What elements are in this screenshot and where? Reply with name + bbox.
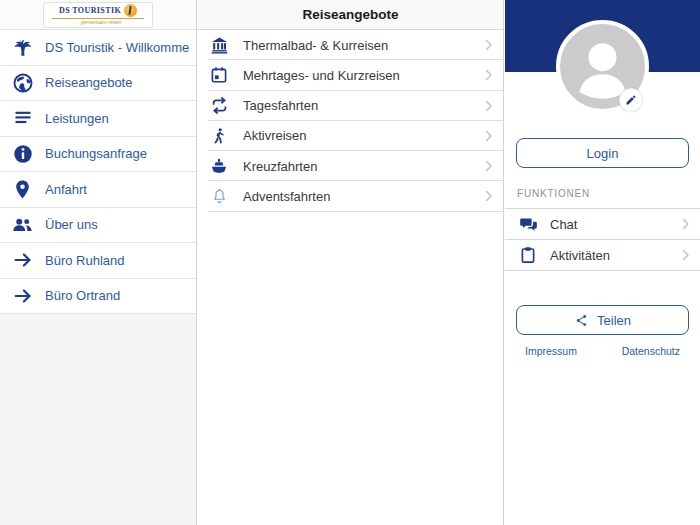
- walking-icon: [208, 127, 230, 145]
- logo-brand-text: DS TOURISTIK: [59, 6, 121, 15]
- function-item-chat[interactable]: Chat: [505, 209, 700, 240]
- app-window: DS TOURISTIK … gemeinsam reisen DS Touri…: [0, 0, 700, 525]
- menu-item-label: Mehrtages- und Kurzreisen: [243, 68, 400, 83]
- chevron-right-icon: [481, 98, 496, 113]
- menu-item-label: Tagesfahrten: [243, 98, 318, 113]
- arrow-right-icon: [9, 249, 36, 271]
- sidebar-item-buchungsanfrage[interactable]: Buchungsanfrage: [0, 137, 196, 173]
- clipboard-icon: [517, 246, 539, 264]
- sidebar-item-reiseangebote[interactable]: Reiseangebote: [0, 66, 196, 102]
- impressum-link[interactable]: Impressum: [525, 345, 577, 357]
- menu-item-label: Aktivreisen: [243, 128, 307, 143]
- logo-tagline: … gemeinsam reisen: [74, 19, 121, 25]
- pencil-icon: [625, 94, 637, 106]
- page-title: Reiseangebote: [302, 7, 398, 22]
- sidebar-item-label: Leistungen: [45, 111, 109, 126]
- share-button[interactable]: Teilen: [516, 305, 689, 335]
- sidebar-item-anfahrt[interactable]: Anfahrt: [0, 172, 196, 208]
- sidebar-item-label: DS Touristik - Willkommen: [45, 40, 190, 55]
- repeat-icon: [208, 96, 230, 115]
- palm-tree-icon: [9, 35, 36, 59]
- chevron-right-icon: [481, 189, 496, 204]
- sidebar-item-label: Büro Ortrand: [45, 288, 120, 303]
- sidebar-item-label: Anfahrt: [45, 182, 87, 197]
- chevron-right-icon: [481, 68, 496, 83]
- function-item-label: Aktivitäten: [550, 248, 610, 263]
- sidebar-item-label: Büro Ruhland: [45, 253, 125, 268]
- chevron-right-icon: [678, 217, 693, 232]
- sidebar-item-ueber-uns[interactable]: Über uns: [0, 208, 196, 244]
- sidebar-item-willkommen[interactable]: DS Touristik - Willkommen: [0, 30, 196, 66]
- app-logo: DS TOURISTIK … gemeinsam reisen: [43, 2, 153, 28]
- sidebar-item-label: Über uns: [45, 217, 98, 232]
- datenschutz-link[interactable]: Datenschutz: [622, 345, 680, 357]
- chevron-right-icon: [481, 159, 496, 174]
- menu-item-adventsfahrten[interactable]: Adventsfahrten: [198, 181, 503, 211]
- list-icon: [9, 108, 36, 128]
- sidebar-item-leistungen[interactable]: Leistungen: [0, 101, 196, 137]
- people-icon: [9, 213, 36, 236]
- functions-list: Chat Aktivitäten: [505, 208, 700, 271]
- sidebar-item-label: Buchungsanfrage: [45, 146, 147, 161]
- ship-icon: [208, 156, 230, 176]
- chevron-right-icon: [481, 38, 496, 53]
- sidebar-item-label: Reiseangebote: [45, 75, 132, 90]
- menu-item-tagesfahrten[interactable]: Tagesfahrten: [198, 91, 503, 121]
- chevron-right-icon: [481, 128, 496, 143]
- content-panel: Reiseangebote Thermalbad- & Kurreisen Me…: [198, 0, 504, 525]
- share-icon: [574, 313, 589, 328]
- sidebar-header: DS TOURISTIK … gemeinsam reisen: [0, 0, 196, 30]
- login-button-label: Login: [587, 146, 619, 161]
- menu-item-label: Adventsfahrten: [243, 189, 330, 204]
- menu-item-mehrtages-kurzreisen[interactable]: Mehrtages- und Kurzreisen: [198, 60, 503, 90]
- sidebar: DS TOURISTIK … gemeinsam reisen DS Touri…: [0, 0, 197, 525]
- map-pin-icon: [9, 179, 36, 200]
- chat-icon: [517, 215, 539, 234]
- sun-palm-icon: [124, 4, 137, 17]
- sidebar-list: DS Touristik - Willkommen Reiseangebote …: [0, 30, 196, 314]
- sidebar-item-buero-ortrand[interactable]: Büro Ortrand: [0, 279, 196, 315]
- menu-item-kreuzfahrten[interactable]: Kreuzfahrten: [198, 151, 503, 181]
- chevron-right-icon: [678, 248, 693, 263]
- menu-item-label: Thermalbad- & Kurreisen: [243, 38, 388, 53]
- content-header: Reiseangebote: [198, 0, 503, 30]
- sidebar-item-buero-ruhland[interactable]: Büro Ruhland: [0, 243, 196, 279]
- calendar-icon: [208, 66, 230, 84]
- menu-item-thermalbad-kurreisen[interactable]: Thermalbad- & Kurreisen: [198, 30, 503, 60]
- login-button[interactable]: Login: [516, 138, 689, 168]
- arrow-right-icon: [9, 285, 36, 307]
- bell-icon: [208, 188, 230, 205]
- profile-panel: Login FUNKTIONEN Chat Aktivitäten: [505, 0, 700, 525]
- menu-item-label: Kreuzfahrten: [243, 159, 317, 174]
- edit-profile-button[interactable]: [619, 88, 643, 112]
- function-item-aktivitaeten[interactable]: Aktivitäten: [505, 240, 700, 271]
- globe-icon: [9, 72, 36, 94]
- functions-section-label: FUNKTIONEN: [517, 188, 590, 199]
- function-item-label: Chat: [550, 217, 577, 232]
- info-icon: [9, 143, 36, 165]
- menu-item-aktivreisen[interactable]: Aktivreisen: [198, 121, 503, 151]
- museum-icon: [208, 36, 230, 55]
- share-button-label: Teilen: [597, 313, 631, 328]
